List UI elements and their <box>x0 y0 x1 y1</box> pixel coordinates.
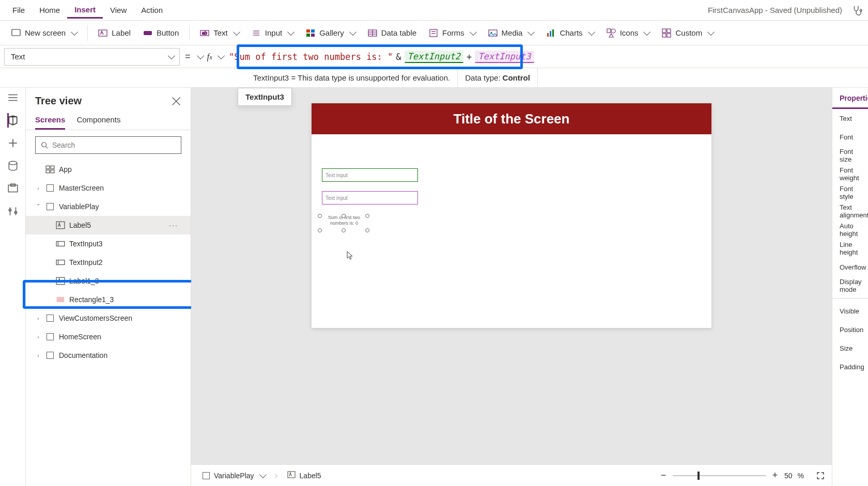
expand-icon[interactable]: › <box>35 334 41 340</box>
ribbon-button[interactable]: Button <box>138 25 184 41</box>
data-type-label: Data type: <box>465 73 500 82</box>
menu-insert[interactable]: Insert <box>67 2 103 19</box>
ribbon-new-screen-label: New screen <box>25 28 66 37</box>
ribbon-charts[interactable]: Charts <box>541 25 599 41</box>
resize-handle[interactable] <box>365 214 369 218</box>
tree-search[interactable] <box>35 136 181 154</box>
rail-media[interactable] <box>7 183 19 194</box>
tree-item-label: TextInput3 <box>69 240 103 248</box>
ribbon-media[interactable]: Media <box>483 25 539 41</box>
zoom-slider[interactable] <box>673 475 766 476</box>
breadcrumb-selection[interactable]: Label5 <box>283 468 326 482</box>
resize-handle[interactable] <box>342 214 346 218</box>
ribbon-label[interactable]: Label <box>93 25 136 41</box>
svg-rect-25 <box>607 29 611 33</box>
tree-item-homescreen[interactable]: › HomeScreen <box>26 327 191 346</box>
rail-hamburger[interactable] <box>7 92 19 103</box>
close-icon[interactable] <box>171 96 181 106</box>
prop-font-size[interactable]: Font size <box>832 146 868 165</box>
prop-display-mode[interactable]: Display mode <box>832 276 868 295</box>
menu-action[interactable]: Action <box>134 3 170 18</box>
tree-item-documentation[interactable]: › Documentation <box>26 346 191 365</box>
rail-data[interactable] <box>7 160 19 171</box>
menu-file[interactable]: File <box>5 3 32 18</box>
prop-visible[interactable]: Visible <box>832 302 868 320</box>
tab-components[interactable]: Components <box>76 111 120 130</box>
zoom-in-button[interactable]: + <box>771 472 779 480</box>
shapes-icon <box>607 28 616 38</box>
ribbon-text[interactable]: ab Text <box>195 25 244 41</box>
tree-item-rectangle1-3[interactable]: Rectangle1_3 <box>26 290 191 309</box>
prop-auto-height[interactable]: Auto height <box>832 221 868 239</box>
app-checker-icon[interactable] <box>851 5 863 16</box>
tree-item-viewcustomers[interactable]: › ViewCustomersScreen <box>26 309 191 327</box>
tree-item-variableplay[interactable]: › VariablePlay <box>26 197 191 216</box>
prop-text-align[interactable]: Text alignment <box>832 202 868 221</box>
chevron-down-icon <box>588 28 595 35</box>
ribbon-icons[interactable]: Icons <box>601 25 655 41</box>
prop-font[interactable]: Font <box>832 128 868 146</box>
cursor-icon <box>347 251 354 260</box>
ribbon-custom[interactable]: Custom <box>657 25 719 41</box>
prop-position[interactable]: Position <box>832 320 868 339</box>
tree-item-label: HomeScreen <box>59 333 101 341</box>
formula-input[interactable]: "Sum of first two numbers is: " & TextIn… <box>224 45 868 68</box>
label-icon <box>56 221 65 230</box>
tree-item-label1-3[interactable]: Label1_3 <box>26 272 191 290</box>
collapse-icon[interactable]: › <box>36 203 41 210</box>
rail-advanced[interactable] <box>7 206 19 217</box>
menubar: File Home Insert View Action FirstCanvas… <box>0 0 868 21</box>
tree-item-label5[interactable]: Label5 ··· <box>26 216 191 234</box>
tree-item-masterscreen[interactable]: › MasterScreen <box>26 179 191 197</box>
ribbon-forms[interactable]: Forms <box>424 25 481 41</box>
resize-handle[interactable] <box>318 228 322 232</box>
breadcrumb-separator: › <box>275 470 278 481</box>
prop-line-height[interactable]: Line height <box>832 239 868 258</box>
prop-font-style[interactable]: Font style <box>832 183 868 202</box>
prop-text[interactable]: Text <box>832 109 868 128</box>
menu-view[interactable]: View <box>103 3 134 18</box>
tree-item-app[interactable]: App <box>26 160 191 179</box>
canvas-textinput3[interactable]: Text input <box>322 191 418 205</box>
prop-size[interactable]: Size <box>832 339 868 357</box>
more-icon[interactable]: ··· <box>169 221 178 229</box>
formula-string: "Sum of first two numbers is: " <box>229 52 393 62</box>
fit-screen-button[interactable] <box>816 472 825 480</box>
prop-padding[interactable]: Padding <box>832 357 868 376</box>
tree-search-input[interactable] <box>52 141 176 149</box>
ribbon-datatable[interactable]: Data table <box>363 25 422 41</box>
expand-icon[interactable]: › <box>35 316 41 321</box>
canvas-textinput2[interactable]: Text input <box>322 168 418 182</box>
tree-item-textinput2[interactable]: TextInput2 <box>26 253 191 272</box>
slider-thumb[interactable] <box>698 472 700 480</box>
resize-handle[interactable] <box>342 228 346 232</box>
prop-font-weight[interactable]: Font weight <box>832 165 868 183</box>
expand-icon[interactable]: › <box>35 185 41 191</box>
resize-handle[interactable] <box>365 228 369 232</box>
properties-tab[interactable]: Properties <box>832 88 868 109</box>
chevron-down-icon[interactable] <box>196 52 204 59</box>
ribbon-gallery-label: Gallery <box>319 28 344 37</box>
chevron-down-icon <box>287 28 295 35</box>
rail-tree-view[interactable] <box>7 115 19 126</box>
chevron-down-icon <box>470 28 477 35</box>
menu-home[interactable]: Home <box>32 3 67 18</box>
fx-icon[interactable]: fx <box>207 52 213 62</box>
tree-item-textinput3[interactable]: TextInput3 <box>26 234 191 253</box>
tab-screens[interactable]: Screens <box>35 111 65 130</box>
ribbon-gallery[interactable]: Gallery <box>301 25 361 41</box>
screen-stage[interactable]: Title of the Screen Text input Text inpu… <box>312 103 711 328</box>
tree-item-label: TextInput2 <box>69 258 103 266</box>
breadcrumb-screen[interactable]: VariablePlay <box>198 469 270 482</box>
svg-rect-27 <box>662 29 666 33</box>
resize-handle[interactable] <box>318 214 322 218</box>
rail-insert[interactable] <box>7 137 19 149</box>
prop-overflow[interactable]: Overflow <box>832 258 868 276</box>
ribbon-input[interactable]: Input <box>246 25 299 41</box>
zoom-out-button[interactable]: − <box>659 472 668 480</box>
property-selector[interactable]: Text <box>4 48 180 66</box>
intellisense-popup[interactable]: TextInput3 <box>238 88 292 106</box>
expand-icon[interactable]: › <box>35 353 41 358</box>
status-bar: VariablePlay › Label5 − + 50 % <box>191 464 832 486</box>
ribbon-new-screen[interactable]: New screen <box>6 25 82 41</box>
